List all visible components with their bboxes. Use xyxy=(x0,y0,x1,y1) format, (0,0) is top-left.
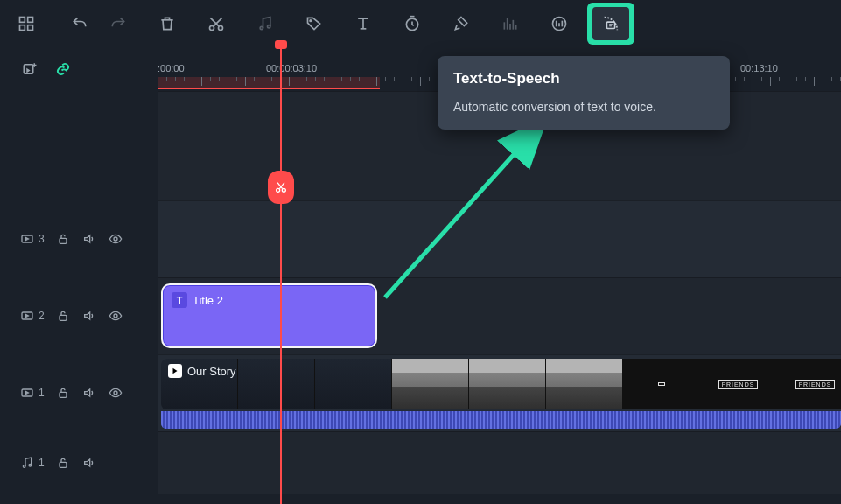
video-clip-label: Our Story xyxy=(187,365,236,378)
audio-adjust-icon[interactable] xyxy=(542,6,577,41)
track-index: 1 xyxy=(39,387,45,399)
visibility-icon[interactable] xyxy=(108,231,123,247)
title-clip-icon: T xyxy=(172,292,187,308)
mute-icon[interactable] xyxy=(81,231,97,247)
undo-icon[interactable] xyxy=(62,6,97,41)
svg-rect-20 xyxy=(60,392,67,397)
svg-point-4 xyxy=(210,26,214,31)
svg-rect-2 xyxy=(20,25,25,31)
svg-point-21 xyxy=(114,391,117,395)
tooltip-body: Automatic conversion of text to voice. xyxy=(453,100,714,114)
mute-icon[interactable] xyxy=(81,385,97,401)
add-track-icon[interactable] xyxy=(18,57,42,81)
cut-icon[interactable] xyxy=(199,6,234,41)
play-icon xyxy=(168,364,182,378)
svg-point-15 xyxy=(114,237,117,241)
text-icon[interactable] xyxy=(346,6,381,41)
track-video-1[interactable]: Our Story FRIENDS FRIENDS xyxy=(158,354,841,431)
friends-frame: FRIENDS xyxy=(795,380,836,389)
video-track-icon xyxy=(19,308,35,324)
playhead[interactable] xyxy=(280,47,282,504)
video-track-icon xyxy=(19,231,35,247)
playhead-cut-icon[interactable] xyxy=(268,171,294,204)
svg-rect-1 xyxy=(28,18,33,23)
svg-point-25 xyxy=(277,188,280,192)
track-index: 2 xyxy=(39,310,45,322)
ruler-label: 00:13:10 xyxy=(740,63,778,74)
svg-rect-24 xyxy=(60,462,67,467)
svg-rect-14 xyxy=(60,238,67,243)
track-header-video2: 2 xyxy=(0,277,158,354)
title-clip[interactable]: T Title 2 xyxy=(161,284,377,348)
track-header-column: 3 2 1 1 xyxy=(0,47,158,504)
redo-icon[interactable] xyxy=(101,6,136,41)
svg-rect-0 xyxy=(20,18,25,23)
svg-rect-3 xyxy=(28,25,33,31)
music-note-icon[interactable] xyxy=(248,6,283,41)
svg-rect-12 xyxy=(24,65,33,74)
friends-frame: FRIENDS xyxy=(718,380,759,389)
paint-icon[interactable] xyxy=(444,6,479,41)
lock-icon[interactable] xyxy=(55,231,71,247)
trash-icon[interactable] xyxy=(150,6,185,41)
svg-point-6 xyxy=(260,26,263,29)
visibility-icon[interactable] xyxy=(108,308,123,324)
video-clip[interactable]: Our Story FRIENDS FRIENDS xyxy=(161,359,841,410)
lock-icon[interactable] xyxy=(55,308,71,324)
equalizer-icon[interactable] xyxy=(493,6,528,41)
svg-point-26 xyxy=(282,188,285,192)
tooltip-title: Text-to-Speech xyxy=(453,70,714,88)
mute-icon[interactable] xyxy=(81,308,97,324)
timer-icon[interactable] xyxy=(395,6,430,41)
link-icon[interactable] xyxy=(51,57,75,81)
svg-rect-17 xyxy=(60,315,67,320)
grid-icon[interactable] xyxy=(9,6,44,41)
track-header-video3: 3 xyxy=(0,200,158,277)
ruler-label: 00:00:03:10 xyxy=(266,63,317,74)
mute-icon[interactable] xyxy=(81,455,97,471)
svg-point-18 xyxy=(114,314,117,318)
track-audio-1[interactable] xyxy=(158,431,841,494)
audio-waveform[interactable] xyxy=(161,411,841,429)
track-index: 3 xyxy=(39,233,45,245)
track-header-video1: 1 xyxy=(0,354,158,431)
track-index: 1 xyxy=(39,457,45,469)
toolbar-separator xyxy=(53,13,53,34)
track-video-2[interactable]: T Title 2 xyxy=(158,277,841,354)
svg-point-22 xyxy=(23,466,25,468)
ruler-label: :00:00 xyxy=(158,63,185,74)
title-clip-label: Title 2 xyxy=(193,294,223,307)
toolbar xyxy=(0,0,841,47)
text-to-speech-button[interactable] xyxy=(587,3,634,45)
video-track-icon xyxy=(19,385,35,401)
svg-point-5 xyxy=(219,26,223,31)
track-header-audio1: 1 xyxy=(0,431,158,494)
lock-icon[interactable] xyxy=(55,385,71,401)
friends-frame xyxy=(658,382,665,386)
track-video-3[interactable] xyxy=(158,200,841,277)
svg-point-7 xyxy=(268,25,270,28)
svg-rect-11 xyxy=(606,22,614,28)
lock-icon[interactable] xyxy=(55,455,71,471)
audio-track-icon xyxy=(19,455,35,471)
visibility-icon[interactable] xyxy=(108,385,123,401)
svg-point-23 xyxy=(29,464,32,466)
tag-icon[interactable] xyxy=(297,6,332,41)
svg-point-8 xyxy=(310,20,312,22)
tooltip: Text-to-Speech Automatic conversion of t… xyxy=(438,56,730,130)
